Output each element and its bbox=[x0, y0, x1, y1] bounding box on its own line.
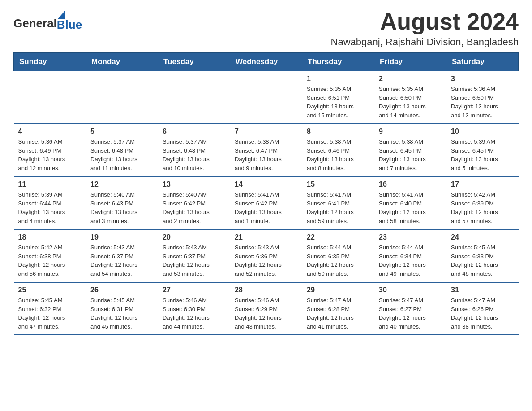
day-number: 11 bbox=[18, 180, 82, 188]
day-cell: 10Sunrise: 5:39 AMSunset: 6:45 PMDayligh… bbox=[446, 124, 519, 176]
day-cell: 22Sunrise: 5:44 AMSunset: 6:35 PMDayligh… bbox=[302, 229, 374, 282]
day-cell: 13Sunrise: 5:40 AMSunset: 6:42 PMDayligh… bbox=[158, 176, 230, 229]
day-info: Sunrise: 5:45 AMSunset: 6:32 PMDaylight:… bbox=[18, 296, 82, 331]
day-cell bbox=[230, 71, 302, 124]
day-info: Sunrise: 5:37 AMSunset: 6:48 PMDaylight:… bbox=[163, 137, 225, 172]
day-info: Sunrise: 5:45 AMSunset: 6:31 PMDaylight:… bbox=[90, 296, 153, 331]
day-cell: 15Sunrise: 5:41 AMSunset: 6:41 PMDayligh… bbox=[302, 176, 374, 229]
day-number: 30 bbox=[379, 286, 442, 294]
day-number: 22 bbox=[307, 233, 369, 241]
day-number: 26 bbox=[90, 286, 153, 294]
logo-blue-text: Blue bbox=[57, 19, 82, 30]
day-number: 9 bbox=[379, 128, 442, 136]
day-number: 28 bbox=[235, 286, 297, 294]
day-cell: 25Sunrise: 5:45 AMSunset: 6:32 PMDayligh… bbox=[14, 282, 86, 335]
day-cell bbox=[14, 71, 86, 124]
day-number: 29 bbox=[307, 286, 369, 294]
day-number: 17 bbox=[451, 180, 514, 188]
day-cell: 17Sunrise: 5:42 AMSunset: 6:39 PMDayligh… bbox=[446, 176, 519, 229]
day-info: Sunrise: 5:46 AMSunset: 6:30 PMDaylight:… bbox=[163, 296, 225, 331]
day-number: 25 bbox=[18, 286, 82, 294]
header-cell-thursday: Thursday bbox=[302, 53, 374, 71]
week-row-1: 1Sunrise: 5:35 AMSunset: 6:51 PMDaylight… bbox=[14, 71, 519, 124]
day-number: 1 bbox=[307, 75, 369, 83]
day-info: Sunrise: 5:45 AMSunset: 6:33 PMDaylight:… bbox=[451, 243, 514, 278]
day-info: Sunrise: 5:47 AMSunset: 6:26 PMDaylight:… bbox=[451, 296, 514, 331]
day-info: Sunrise: 5:41 AMSunset: 6:40 PMDaylight:… bbox=[379, 190, 442, 225]
day-info: Sunrise: 5:44 AMSunset: 6:35 PMDaylight:… bbox=[307, 243, 369, 278]
day-number: 4 bbox=[18, 128, 82, 136]
day-cell: 20Sunrise: 5:43 AMSunset: 6:37 PMDayligh… bbox=[158, 229, 230, 282]
header-cell-sunday: Sunday bbox=[14, 53, 86, 71]
header-cell-tuesday: Tuesday bbox=[158, 53, 230, 71]
header-cell-wednesday: Wednesday bbox=[230, 53, 302, 71]
logo-blue-part: Blue bbox=[57, 9, 82, 30]
day-cell: 8Sunrise: 5:38 AMSunset: 6:46 PMDaylight… bbox=[302, 124, 374, 176]
day-info: Sunrise: 5:41 AMSunset: 6:41 PMDaylight:… bbox=[307, 190, 369, 225]
day-info: Sunrise: 5:42 AMSunset: 6:38 PMDaylight:… bbox=[18, 243, 82, 278]
day-info: Sunrise: 5:43 AMSunset: 6:37 PMDaylight:… bbox=[90, 243, 153, 278]
day-cell: 21Sunrise: 5:43 AMSunset: 6:36 PMDayligh… bbox=[230, 229, 302, 282]
day-info: Sunrise: 5:38 AMSunset: 6:45 PMDaylight:… bbox=[379, 137, 442, 172]
week-row-4: 18Sunrise: 5:42 AMSunset: 6:38 PMDayligh… bbox=[14, 229, 519, 282]
day-number: 12 bbox=[90, 180, 153, 188]
day-cell: 4Sunrise: 5:36 AMSunset: 6:49 PMDaylight… bbox=[14, 124, 86, 176]
week-row-2: 4Sunrise: 5:36 AMSunset: 6:49 PMDaylight… bbox=[14, 124, 519, 176]
day-info: Sunrise: 5:37 AMSunset: 6:48 PMDaylight:… bbox=[90, 137, 153, 172]
day-info: Sunrise: 5:40 AMSunset: 6:42 PMDaylight:… bbox=[163, 190, 225, 225]
day-number: 15 bbox=[307, 180, 369, 188]
day-info: Sunrise: 5:38 AMSunset: 6:46 PMDaylight:… bbox=[307, 137, 369, 172]
header-row: SundayMondayTuesdayWednesdayThursdayFrid… bbox=[14, 53, 519, 71]
day-info: Sunrise: 5:47 AMSunset: 6:27 PMDaylight:… bbox=[379, 296, 442, 331]
day-number: 27 bbox=[163, 286, 225, 294]
location-title: Nawabganj, Rajshahi Division, Bangladesh bbox=[331, 36, 519, 48]
day-cell: 6Sunrise: 5:37 AMSunset: 6:48 PMDaylight… bbox=[158, 124, 230, 176]
day-number: 5 bbox=[90, 128, 153, 136]
day-number: 8 bbox=[307, 128, 369, 136]
day-cell: 19Sunrise: 5:43 AMSunset: 6:37 PMDayligh… bbox=[86, 229, 158, 282]
calendar-table: SundayMondayTuesdayWednesdayThursdayFrid… bbox=[13, 52, 519, 335]
day-cell: 16Sunrise: 5:41 AMSunset: 6:40 PMDayligh… bbox=[374, 176, 446, 229]
day-number: 23 bbox=[379, 233, 442, 241]
month-year-title: August 2024 bbox=[331, 9, 519, 34]
day-number: 24 bbox=[451, 233, 514, 241]
day-cell: 31Sunrise: 5:47 AMSunset: 6:26 PMDayligh… bbox=[446, 282, 519, 335]
day-info: Sunrise: 5:40 AMSunset: 6:43 PMDaylight:… bbox=[90, 190, 153, 225]
day-number: 6 bbox=[163, 128, 225, 136]
day-cell: 7Sunrise: 5:38 AMSunset: 6:47 PMDaylight… bbox=[230, 124, 302, 176]
title-area: August 2024 Nawabganj, Rajshahi Division… bbox=[331, 9, 519, 48]
day-info: Sunrise: 5:35 AMSunset: 6:51 PMDaylight:… bbox=[307, 85, 369, 120]
day-info: Sunrise: 5:35 AMSunset: 6:50 PMDaylight:… bbox=[379, 85, 442, 120]
day-info: Sunrise: 5:43 AMSunset: 6:37 PMDaylight:… bbox=[163, 243, 225, 278]
week-row-3: 11Sunrise: 5:39 AMSunset: 6:44 PMDayligh… bbox=[14, 176, 519, 229]
logo-general-text: General bbox=[13, 17, 57, 30]
day-number: 10 bbox=[451, 128, 514, 136]
day-info: Sunrise: 5:39 AMSunset: 6:45 PMDaylight:… bbox=[451, 137, 514, 172]
day-cell: 27Sunrise: 5:46 AMSunset: 6:30 PMDayligh… bbox=[158, 282, 230, 335]
day-number: 3 bbox=[451, 75, 514, 83]
day-number: 21 bbox=[235, 233, 297, 241]
week-row-5: 25Sunrise: 5:45 AMSunset: 6:32 PMDayligh… bbox=[14, 282, 519, 335]
header-cell-saturday: Saturday bbox=[446, 53, 519, 71]
header-cell-monday: Monday bbox=[86, 53, 158, 71]
day-number: 14 bbox=[235, 180, 297, 188]
day-number: 7 bbox=[235, 128, 297, 136]
day-info: Sunrise: 5:44 AMSunset: 6:34 PMDaylight:… bbox=[379, 243, 442, 278]
day-number: 31 bbox=[451, 286, 514, 294]
logo: General Blue bbox=[13, 9, 82, 30]
day-cell: 12Sunrise: 5:40 AMSunset: 6:43 PMDayligh… bbox=[86, 176, 158, 229]
day-cell: 14Sunrise: 5:41 AMSunset: 6:42 PMDayligh… bbox=[230, 176, 302, 229]
day-info: Sunrise: 5:39 AMSunset: 6:44 PMDaylight:… bbox=[18, 190, 82, 225]
day-cell: 11Sunrise: 5:39 AMSunset: 6:44 PMDayligh… bbox=[14, 176, 86, 229]
day-cell bbox=[86, 71, 158, 124]
day-info: Sunrise: 5:38 AMSunset: 6:47 PMDaylight:… bbox=[235, 137, 297, 172]
day-number: 2 bbox=[379, 75, 442, 83]
day-info: Sunrise: 5:41 AMSunset: 6:42 PMDaylight:… bbox=[235, 190, 297, 225]
header: General Blue August 2024 Nawabganj, Rajs… bbox=[13, 9, 519, 48]
day-info: Sunrise: 5:36 AMSunset: 6:49 PMDaylight:… bbox=[18, 137, 82, 172]
day-number: 20 bbox=[163, 233, 225, 241]
day-info: Sunrise: 5:36 AMSunset: 6:50 PMDaylight:… bbox=[451, 85, 514, 120]
day-cell: 9Sunrise: 5:38 AMSunset: 6:45 PMDaylight… bbox=[374, 124, 446, 176]
day-cell: 2Sunrise: 5:35 AMSunset: 6:50 PMDaylight… bbox=[374, 71, 446, 124]
day-cell: 30Sunrise: 5:47 AMSunset: 6:27 PMDayligh… bbox=[374, 282, 446, 335]
